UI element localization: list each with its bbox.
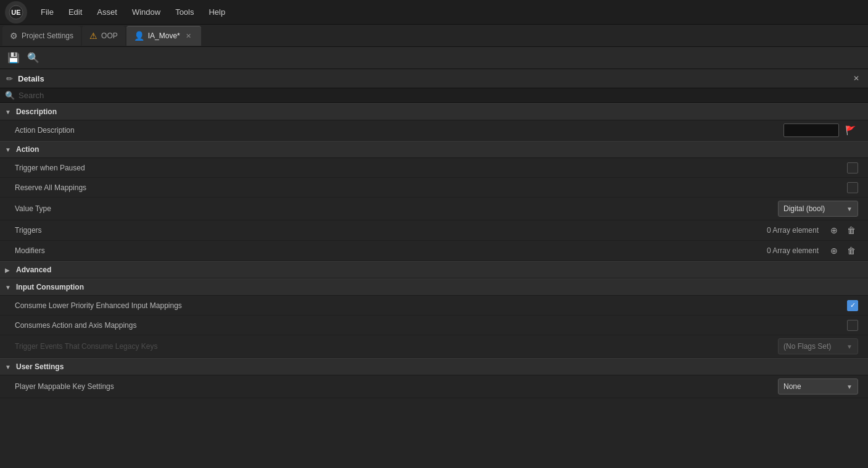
ia-move-icon: 👤 [134, 31, 144, 41]
prop-trigger-events-legacy: Trigger Events That Consume Legacy Keys … [0, 335, 868, 358]
ue-logo[interactable]: UE [5, 1, 27, 23]
prop-triggers: Triggers 0 Array element ⊕ 🗑 [0, 220, 868, 241]
main-area: ✏ Details ✕ 🔍 ▼ Description Action Descr… [0, 69, 868, 468]
value-type-label: Value Type [15, 204, 778, 213]
section-action-header[interactable]: ▼ Action [0, 141, 868, 158]
search-input[interactable] [19, 91, 863, 100]
menu-window[interactable]: Window [126, 5, 167, 19]
tab-bar: ⚙ Project Settings ⚠ OOP 👤 IA_Move* ✕ [0, 25, 868, 47]
action-description-value: 🚩 [783, 123, 858, 137]
details-close-button[interactable]: ✕ [851, 73, 862, 84]
reserve-all-mappings-value [847, 182, 858, 193]
details-header: ✏ Details ✕ [0, 69, 868, 88]
modifiers-add-button[interactable]: ⊕ [827, 244, 841, 257]
section-input-consumption-header[interactable]: ▼ Input Consumption [0, 278, 868, 296]
trigger-when-paused-checkbox[interactable] [847, 162, 858, 173]
prop-value-type: Value Type Digital (bool) ▼ [0, 198, 868, 220]
details-pencil-icon: ✏ [6, 74, 13, 83]
consume-lower-priority-value [847, 300, 858, 311]
save-icon: 💾 [7, 52, 20, 64]
menu-asset[interactable]: Asset [91, 5, 123, 19]
tab-project-settings[interactable]: ⚙ Project Settings [2, 26, 81, 46]
player-mappable-key-label: Player Mappable Key Settings [15, 382, 778, 391]
consumes-action-axis-label: Consumes Action and Axis Mappings [15, 321, 847, 330]
tab-ia-move[interactable]: 👤 IA_Move* ✕ [126, 26, 201, 46]
tab-ia-move-close[interactable]: ✕ [184, 31, 194, 41]
trigger-when-paused-value [847, 162, 858, 173]
triggers-delete-button[interactable]: 🗑 [845, 224, 858, 237]
tab-project-settings-label: Project Settings [22, 31, 73, 40]
menu-tools[interactable]: Tools [169, 5, 200, 19]
section-description-label: Description [16, 107, 57, 116]
details-title: Details [18, 74, 846, 83]
details-panel: ✏ Details ✕ 🔍 ▼ Description Action Descr… [0, 69, 868, 468]
tab-oop[interactable]: ⚠ OOP [82, 26, 125, 46]
search-bar: 🔍 [0, 88, 868, 103]
triggers-label: Triggers [15, 226, 767, 235]
triggers-add-button[interactable]: ⊕ [827, 224, 841, 237]
action-description-color[interactable] [783, 123, 839, 137]
trigger-events-legacy-value: (No Flags Set) ▼ [778, 338, 858, 354]
prop-reserve-all-mappings: Reserve All Mappings [0, 178, 868, 198]
advanced-chevron-icon: ▶ [5, 267, 12, 274]
action-description-label: Action Description [15, 126, 783, 135]
prop-consumes-action-axis: Consumes Action and Axis Mappings [0, 315, 868, 335]
consume-lower-priority-label: Consume Lower Priority Enhanced Input Ma… [15, 301, 847, 310]
prop-player-mappable-key: Player Mappable Key Settings None ▼ [0, 375, 868, 398]
modifiers-label: Modifiers [15, 246, 767, 255]
prop-modifiers: Modifiers 0 Array element ⊕ 🗑 [0, 241, 868, 261]
oop-icon: ⚠ [89, 31, 97, 41]
player-mappable-key-dropdown-label: None [783, 382, 843, 391]
trigger-events-legacy-dropdown-arrow: ▼ [846, 343, 853, 350]
section-advanced-header[interactable]: ▶ Advanced [0, 261, 868, 278]
reserve-all-mappings-label: Reserve All Mappings [15, 183, 847, 192]
value-type-value: Digital (bool) ▼ [778, 201, 858, 217]
browse-icon: 🔍 [27, 52, 39, 64]
search-icon: 🔍 [5, 91, 15, 100]
svg-text:UE: UE [11, 9, 20, 16]
consumes-action-axis-value [847, 320, 858, 331]
value-type-dropdown-label: Digital (bool) [783, 204, 843, 213]
description-chevron-icon: ▼ [5, 109, 12, 115]
details-content: ▼ Description Action Description 🚩 ▼ Act… [0, 103, 868, 468]
modifiers-delete-button[interactable]: 🗑 [845, 244, 858, 257]
section-user-settings-header[interactable]: ▼ User Settings [0, 358, 868, 375]
player-mappable-key-value: None ▼ [778, 378, 858, 395]
menu-bar: UE File Edit Asset Window Tools Help [0, 0, 868, 25]
reserve-all-mappings-checkbox[interactable] [847, 182, 858, 193]
save-button[interactable]: 💾 [5, 49, 22, 67]
menu-file[interactable]: File [35, 5, 60, 19]
section-user-settings-label: User Settings [16, 362, 64, 371]
section-input-consumption-label: Input Consumption [16, 283, 84, 291]
modifiers-count: 0 Array element [767, 246, 819, 255]
consume-lower-priority-checkbox[interactable] [847, 300, 858, 311]
triggers-value: 0 Array element ⊕ 🗑 [767, 224, 858, 237]
trigger-events-legacy-label: Trigger Events That Consume Legacy Keys [15, 342, 778, 351]
menu-help[interactable]: Help [202, 5, 231, 19]
project-settings-icon: ⚙ [10, 31, 18, 41]
section-advanced-label: Advanced [16, 265, 51, 274]
player-mappable-key-dropdown-arrow: ▼ [846, 383, 853, 390]
input-consumption-chevron-icon: ▼ [5, 284, 12, 291]
player-mappable-key-dropdown[interactable]: None ▼ [778, 378, 858, 395]
section-description-header[interactable]: ▼ Description [0, 103, 868, 120]
prop-consume-lower-priority: Consume Lower Priority Enhanced Input Ma… [0, 296, 868, 315]
browse-button[interactable]: 🔍 [25, 49, 42, 67]
trigger-events-legacy-dropdown-label: (No Flags Set) [783, 342, 843, 351]
prop-trigger-when-paused: Trigger when Paused [0, 158, 868, 178]
triggers-count: 0 Array element [767, 226, 819, 235]
section-action-label: Action [16, 145, 39, 154]
trigger-events-legacy-dropdown[interactable]: (No Flags Set) ▼ [778, 338, 858, 354]
consumes-action-axis-checkbox[interactable] [847, 320, 858, 331]
modifiers-value: 0 Array element ⊕ 🗑 [767, 244, 858, 257]
toolbar: 💾 🔍 [0, 47, 868, 69]
tab-ia-move-label: IA_Move* [148, 31, 180, 40]
value-type-dropdown[interactable]: Digital (bool) ▼ [778, 201, 858, 217]
tab-oop-label: OOP [101, 31, 118, 40]
menu-edit[interactable]: Edit [62, 5, 88, 19]
value-type-dropdown-arrow: ▼ [846, 206, 853, 212]
flag-icon[interactable]: 🚩 [843, 124, 858, 136]
user-settings-chevron-icon: ▼ [5, 364, 12, 370]
trigger-when-paused-label: Trigger when Paused [15, 164, 847, 172]
action-chevron-icon: ▼ [5, 146, 12, 153]
